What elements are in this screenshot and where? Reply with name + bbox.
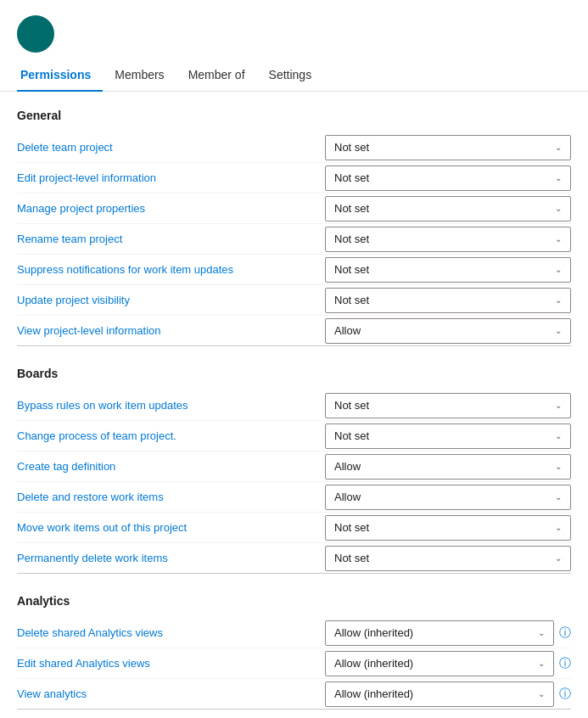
- permission-value-wrap: Not set⌄: [325, 196, 571, 222]
- dropdown-value: Allow (inherited): [334, 657, 413, 670]
- permission-label[interactable]: Permanently delete work items: [17, 545, 325, 571]
- table-row: Suppress notifications for work item upd…: [17, 255, 571, 285]
- permission-dropdown[interactable]: Not set⌄: [325, 135, 571, 160]
- dropdown-value: Allow: [334, 491, 361, 503]
- permission-label[interactable]: Update project visibility: [17, 287, 325, 313]
- page-header: [0, 0, 588, 61]
- dropdown-value: Not set: [334, 552, 369, 564]
- table-row: Update project visibilityNot set⌄: [17, 285, 571, 316]
- info-icon[interactable]: ⓘ: [559, 656, 571, 671]
- permission-label[interactable]: Rename team project: [17, 226, 325, 252]
- permission-label[interactable]: Bypass rules on work item updates: [17, 392, 325, 418]
- permission-dropdown[interactable]: Allow⌄: [325, 454, 571, 480]
- table-row: Delete team projectNot set⌄: [17, 132, 571, 163]
- permission-label[interactable]: Move work items out of this project: [17, 514, 325, 541]
- table-row: Permanently delete work itemsNot set⌄: [17, 543, 571, 574]
- permission-dropdown[interactable]: Not set⌄: [325, 424, 571, 449]
- permission-dropdown[interactable]: Allow (inherited)⌄: [325, 682, 554, 707]
- info-icon[interactable]: ⓘ: [559, 625, 571, 641]
- chevron-down-icon: ⌄: [555, 523, 562, 532]
- table-row: Delete and restore work itemsAllow⌄: [17, 482, 571, 513]
- permission-value-wrap: Allow (inherited)⌄ⓘ: [325, 682, 571, 707]
- chevron-down-icon: ⌄: [555, 143, 562, 152]
- permission-label[interactable]: Manage project properties: [17, 195, 325, 222]
- table-row: Edit project-level informationNot set⌄: [17, 163, 571, 194]
- permission-dropdown[interactable]: Allow (inherited)⌄: [325, 620, 554, 646]
- permission-dropdown[interactable]: Not set⌄: [325, 288, 571, 313]
- tabs-nav: PermissionsMembersMember ofSettings: [0, 61, 588, 92]
- permission-label[interactable]: Edit shared Analytics views: [17, 650, 325, 676]
- permission-label[interactable]: View analytics: [17, 681, 325, 707]
- dropdown-value: Not set: [334, 233, 369, 245]
- table-row: View project-level informationAllow⌄: [17, 316, 571, 346]
- permission-dropdown[interactable]: Not set⌄: [325, 546, 571, 571]
- permission-value-wrap: Not set⌄: [325, 424, 571, 449]
- chevron-down-icon: ⌄: [555, 204, 562, 213]
- chevron-down-icon: ⌄: [555, 401, 562, 410]
- permission-label[interactable]: Suppress notifications for work item upd…: [17, 256, 325, 283]
- table-row: Change process of team project.Not set⌄: [17, 421, 571, 452]
- permission-value-wrap: Allow⌄: [325, 318, 571, 344]
- section-title-general: General: [17, 109, 571, 126]
- chevron-down-icon: ⌄: [555, 431, 562, 440]
- chevron-down-icon: ⌄: [555, 462, 562, 471]
- section-title-boards: Boards: [17, 367, 571, 384]
- permission-section-boards: Bypass rules on work item updatesNot set…: [17, 390, 571, 574]
- permission-label[interactable]: View project-level information: [17, 317, 325, 344]
- tab-permissions[interactable]: Permissions: [17, 61, 103, 92]
- permission-label[interactable]: Delete team project: [17, 134, 325, 160]
- permission-value-wrap: Allow⌄: [325, 454, 571, 480]
- permission-label[interactable]: Change process of team project.: [17, 423, 325, 449]
- table-row: Rename team projectNot set⌄: [17, 224, 571, 255]
- tab-members[interactable]: Members: [103, 61, 176, 92]
- chevron-down-icon: ⌄: [555, 326, 562, 335]
- dropdown-value: Not set: [334, 521, 369, 534]
- permission-dropdown[interactable]: Not set⌄: [325, 257, 571, 283]
- dropdown-value: Not set: [334, 263, 369, 276]
- table-row: View analyticsAllow (inherited)⌄ⓘ: [17, 679, 571, 710]
- chevron-down-icon: ⌄: [555, 553, 562, 563]
- permission-value-wrap: Not set⌄: [325, 257, 571, 283]
- permission-dropdown[interactable]: Not set⌄: [325, 393, 571, 418]
- dropdown-value: Not set: [334, 202, 369, 215]
- tab-settings[interactable]: Settings: [257, 61, 324, 92]
- permission-dropdown[interactable]: Allow⌄: [325, 318, 571, 344]
- dropdown-value: Allow (inherited): [334, 687, 413, 700]
- chevron-down-icon: ⌄: [538, 628, 545, 637]
- permission-dropdown[interactable]: Not set⌄: [325, 196, 571, 222]
- permission-value-wrap: Not set⌄: [325, 393, 571, 418]
- permission-value-wrap: Not set⌄: [325, 288, 571, 313]
- chevron-down-icon: ⌄: [555, 173, 562, 182]
- main-content: GeneralDelete team projectNot set⌄Edit p…: [0, 92, 588, 718]
- permission-label[interactable]: Create tag definition: [17, 453, 325, 480]
- dropdown-value: Not set: [334, 141, 369, 154]
- dropdown-value: Not set: [334, 294, 369, 306]
- permission-label[interactable]: Delete and restore work items: [17, 484, 325, 510]
- table-row: Create tag definitionAllow⌄: [17, 452, 571, 482]
- chevron-down-icon: ⌄: [538, 689, 545, 698]
- permission-value-wrap: Not set⌄: [325, 515, 571, 541]
- permission-value-wrap: Not set⌄: [325, 165, 571, 191]
- info-icon[interactable]: ⓘ: [559, 687, 571, 702]
- permission-label[interactable]: Edit project-level information: [17, 165, 325, 191]
- permission-dropdown[interactable]: Not set⌄: [325, 227, 571, 252]
- permission-label[interactable]: Delete shared Analytics views: [17, 620, 325, 646]
- permission-value-wrap: Not set⌄: [325, 546, 571, 571]
- permission-dropdown[interactable]: Not set⌄: [325, 515, 571, 541]
- dropdown-value: Allow: [334, 324, 361, 337]
- chevron-down-icon: ⌄: [555, 234, 562, 244]
- table-row: Move work items out of this projectNot s…: [17, 513, 571, 543]
- dropdown-value: Not set: [334, 171, 369, 184]
- tab-member-of[interactable]: Member of: [176, 61, 257, 92]
- chevron-down-icon: ⌄: [555, 265, 562, 274]
- permission-dropdown[interactable]: Not set⌄: [325, 165, 571, 191]
- permission-value-wrap: Allow (inherited)⌄ⓘ: [325, 620, 571, 646]
- permission-section-analytics: Delete shared Analytics viewsAllow (inhe…: [17, 618, 571, 710]
- permission-dropdown[interactable]: Allow⌄: [325, 485, 571, 510]
- dropdown-value: Allow: [334, 460, 361, 473]
- table-row: Bypass rules on work item updatesNot set…: [17, 390, 571, 421]
- permission-dropdown[interactable]: Allow (inherited)⌄: [325, 651, 554, 676]
- table-row: Edit shared Analytics viewsAllow (inheri…: [17, 648, 571, 679]
- chevron-down-icon: ⌄: [538, 659, 545, 668]
- chevron-down-icon: ⌄: [555, 295, 562, 305]
